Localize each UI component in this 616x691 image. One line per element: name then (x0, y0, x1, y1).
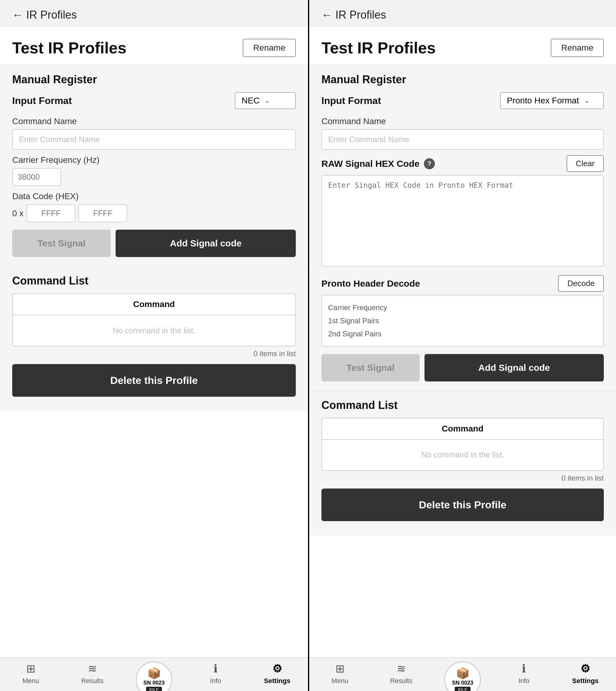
left-page-title: Test IR Profiles (12, 39, 127, 57)
right-page-title: Test IR Profiles (322, 39, 436, 57)
right-input-format-label: Input Format (322, 95, 381, 107)
right-decode-line-3: 2nd Signal Pairs (328, 327, 597, 340)
left-command-table-header: Command (13, 294, 295, 315)
left-back-button[interactable]: ← IR Profiles (12, 8, 77, 21)
left-menu-icon: ⊞ (26, 662, 36, 675)
right-decode-line-2: 1st Signal Pairs (328, 314, 597, 327)
left-command-list-title: Command List (12, 274, 296, 287)
left-items-count: 0 items in list (12, 350, 296, 358)
right-command-name-input[interactable] (322, 129, 604, 150)
left-device-badge[interactable]: 📦 SN 0023 IDLE (136, 662, 172, 691)
right-rename-button[interactable]: Rename (551, 39, 604, 57)
left-carrier-freq-label: Carrier Frequency (Hz) (12, 155, 296, 165)
right-menu-icon: ⊞ (335, 662, 345, 675)
left-hex-prefix: 0 x (12, 208, 23, 218)
right-add-signal-button[interactable]: Add Signal code (424, 354, 604, 381)
right-page-title-row: Test IR Profiles Rename (309, 26, 616, 64)
left-info-label: Info (210, 677, 221, 685)
left-rename-button[interactable]: Rename (243, 39, 296, 57)
left-device-icon: 📦 (147, 667, 161, 680)
right-bottom-nav: ⊞ Menu ≋ Results 📦 SN 0023 IDLE ℹ Info ⚙… (309, 657, 616, 691)
right-test-signal-button[interactable]: Test Signal (322, 354, 420, 381)
right-command-table-empty: No command in the list. (322, 440, 603, 470)
left-chevron-down-icon: ⌄ (264, 97, 270, 105)
left-action-buttons: Test Signal Add Signal code (12, 230, 296, 257)
left-nav-menu[interactable]: ⊞ Menu (0, 662, 62, 685)
right-info-label: Info (519, 677, 530, 685)
left-format-select[interactable]: NEC ⌄ (235, 92, 296, 109)
left-command-table-empty: No command in the list. (13, 315, 295, 346)
right-command-table: Command No command in the list. (322, 418, 604, 471)
left-hex-row: 0 x (12, 204, 296, 222)
right-nav-menu[interactable]: ⊞ Menu (309, 662, 371, 685)
right-manual-register-title: Manual Register (322, 65, 604, 92)
left-settings-icon: ⚙ (272, 662, 282, 675)
left-data-code-label: Data Code (HEX) (12, 192, 296, 201)
right-nav-info[interactable]: ℹ Info (493, 662, 555, 685)
right-decode-line-1: Carrier Frequency (328, 301, 597, 314)
left-command-table: Command No command in the list. (12, 293, 296, 347)
right-input-format-row: Input Format Pronto Hex Format ⌄ (322, 92, 604, 109)
left-command-name-label: Command Name (12, 116, 296, 126)
right-results-label: Results (390, 677, 412, 685)
left-input-format-label: Input Format (12, 95, 72, 107)
right-command-list-title: Command List (322, 399, 604, 412)
left-delete-button[interactable]: Delete this Profile (12, 364, 296, 397)
left-manual-register: Manual Register Input Format NEC ⌄ Comma… (0, 65, 308, 267)
right-back-button[interactable]: ← IR Profiles (322, 8, 386, 21)
right-clear-button[interactable]: Clear (567, 155, 604, 172)
right-nav-settings[interactable]: ⚙ Settings (555, 662, 616, 685)
right-raw-signal-label-group: RAW Signal HEX Code ? (322, 158, 435, 169)
right-command-name-label: Command Name (322, 116, 604, 126)
left-input-format-row: Input Format NEC ⌄ (12, 92, 296, 109)
right-delete-button[interactable]: Delete this Profile (322, 489, 604, 521)
right-decode-button[interactable]: Decode (558, 275, 604, 292)
left-page-title-row: Test IR Profiles Rename (0, 26, 308, 64)
left-nav-settings[interactable]: ⚙ Settings (246, 662, 308, 685)
right-items-count: 0 items in list (322, 474, 604, 483)
left-results-label: Results (81, 677, 103, 685)
right-device-sn: SN 0023 (452, 680, 473, 686)
left-format-value: NEC (242, 96, 260, 106)
left-device-status: IDLE (146, 687, 162, 691)
right-raw-signal-row: RAW Signal HEX Code ? Clear (322, 155, 604, 172)
left-command-name-input[interactable] (12, 129, 296, 150)
right-panel: ← IR Profiles Test IR Profiles Rename Ma… (308, 0, 616, 691)
right-format-value: Pronto Hex Format (507, 96, 579, 106)
right-raw-signal-info-icon[interactable]: ? (424, 158, 435, 169)
right-device-icon: 📦 (456, 667, 470, 680)
left-hex-input-2[interactable] (79, 204, 127, 222)
right-format-select[interactable]: Pronto Hex Format ⌄ (500, 92, 604, 109)
left-test-signal-button[interactable]: Test Signal (12, 230, 111, 257)
left-command-list: Command List Command No command in the l… (0, 267, 308, 411)
right-pronto-header-row: Pronto Header Decode Decode (322, 275, 604, 292)
right-settings-label: Settings (572, 677, 599, 685)
left-topbar: ← IR Profiles (0, 0, 308, 26)
left-results-icon: ≋ (88, 662, 97, 675)
right-command-list: Command List Command No command in the l… (309, 392, 616, 536)
right-chevron-down-icon: ⌄ (584, 97, 590, 105)
left-content: Test IR Profiles Rename Manual Register … (0, 26, 308, 657)
right-decode-box: Carrier Frequency 1st Signal Pairs 2nd S… (322, 295, 604, 347)
right-manual-register: Manual Register Input Format Pronto Hex … (309, 65, 616, 391)
left-menu-label: Menu (22, 677, 39, 685)
left-nav-results[interactable]: ≋ Results (62, 662, 123, 685)
right-info-icon: ℹ (522, 662, 526, 675)
right-device-badge[interactable]: 📦 SN 0023 IDLE (444, 662, 481, 691)
right-results-icon: ≋ (397, 662, 406, 675)
right-raw-signal-textarea[interactable] (322, 175, 604, 267)
left-carrier-freq-input[interactable] (12, 168, 61, 186)
left-manual-register-title: Manual Register (12, 65, 296, 92)
right-nav-results[interactable]: ≋ Results (371, 662, 432, 685)
right-menu-label: Menu (331, 677, 348, 685)
right-action-buttons: Test Signal Add Signal code (322, 354, 604, 381)
left-info-icon: ℹ (214, 662, 218, 675)
left-bottom-nav: ⊞ Menu ≋ Results 📦 SN 0023 IDLE ℹ Info ⚙… (0, 657, 308, 691)
left-add-signal-button[interactable]: Add Signal code (115, 230, 296, 257)
left-nav-info[interactable]: ℹ Info (185, 662, 246, 685)
right-settings-icon: ⚙ (580, 662, 590, 675)
left-device-sn: SN 0023 (143, 680, 165, 686)
left-hex-input-1[interactable] (26, 204, 75, 222)
right-topbar: ← IR Profiles (309, 0, 616, 26)
right-pronto-header-label: Pronto Header Decode (322, 278, 420, 289)
